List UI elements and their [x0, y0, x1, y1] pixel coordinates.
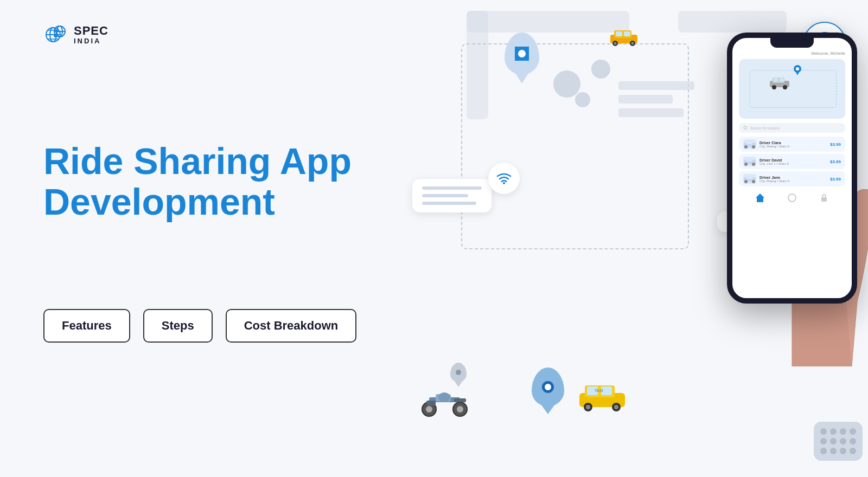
- svg-line-64: [746, 129, 748, 130]
- logo: SPEC INDIA: [43, 22, 108, 48]
- logo-icon: [43, 22, 69, 48]
- logo-spec-label: SPEC: [74, 24, 108, 37]
- svg-point-58: [772, 85, 776, 89]
- svg-rect-18: [624, 31, 630, 36]
- driver-item-2: Driver Jane City, Rating • Stars 5 $3.99: [739, 171, 845, 186]
- svg-point-59: [783, 85, 787, 89]
- svg-point-14: [545, 384, 551, 390]
- svg-rect-57: [780, 78, 784, 82]
- driver-detail-2: City, Rating • Stars 5: [760, 179, 827, 183]
- phone-notch: [770, 37, 814, 48]
- pin-dot: [515, 47, 529, 61]
- driver-price-2: $3.99: [830, 177, 841, 182]
- svg-rect-80: [821, 197, 827, 202]
- driver-icon-0: [743, 139, 756, 149]
- location-pin-bottom: [532, 368, 564, 407]
- driver-detail-0: City, Rating • Stars 5: [760, 145, 827, 148]
- svg-point-42: [426, 406, 432, 412]
- svg-point-72: [752, 163, 755, 166]
- phone-bottom-nav: [739, 193, 845, 203]
- cta-buttons: Features Steps Cost Breakdown: [43, 309, 356, 343]
- svg-marker-78: [756, 194, 764, 198]
- svg-rect-56: [774, 78, 778, 82]
- driver-icon-2: [743, 174, 756, 184]
- gray-bar-h2: [618, 95, 673, 104]
- svg-point-44: [457, 406, 463, 412]
- car-yellow-top: [608, 27, 640, 49]
- svg-point-79: [788, 194, 796, 202]
- driver-detail-1: City, Line 1 • Stars 5: [760, 162, 827, 165]
- search-placeholder: Search for location: [750, 126, 780, 130]
- wifi-icon: [496, 172, 512, 184]
- driver-price-1: $3.99: [830, 159, 841, 164]
- driver-item-1: Driver David City, Line 1 • Stars 5 $3.9…: [739, 154, 845, 169]
- svg-point-71: [744, 163, 748, 166]
- steps-button[interactable]: Steps: [143, 309, 213, 343]
- svg-text:TAXI: TAXI: [595, 389, 603, 392]
- svg-point-31: [614, 405, 618, 409]
- phone-driver-list: Driver Clara City, Rating • Stars 5 $3.9…: [739, 137, 845, 186]
- phone-screen: Welcome, Michelle: [727, 33, 857, 304]
- svg-point-12: [518, 50, 526, 57]
- phone-search-bar: Search for location: [739, 123, 845, 133]
- phone-in-hand: Welcome, Michelle: [727, 33, 857, 304]
- driver-icon-1: [743, 157, 756, 166]
- spots-card-bottom: [814, 422, 863, 461]
- svg-rect-74: [746, 175, 752, 179]
- driver-info-1: Driver David City, Line 1 • Stars 5: [760, 158, 827, 165]
- svg-point-63: [744, 126, 746, 129]
- road-spot-1: [553, 70, 580, 98]
- hero-title: Ride Sharing App Development: [43, 141, 352, 222]
- gray-rect-3: [678, 11, 787, 33]
- svg-point-8: [54, 34, 57, 37]
- lock-nav-icon: [819, 193, 829, 203]
- svg-point-75: [744, 180, 748, 183]
- svg-point-61: [796, 67, 799, 70]
- chat-bubble-lines: [412, 179, 492, 212]
- driver-name-1: Driver David: [760, 158, 827, 162]
- svg-point-68: [752, 145, 755, 149]
- svg-point-22: [631, 42, 634, 45]
- svg-rect-17: [616, 31, 622, 36]
- logo-india-label: INDIA: [74, 37, 108, 45]
- svg-rect-66: [746, 140, 752, 144]
- driver-item-0: Driver Clara City, Rating • Stars 5 $3.9…: [739, 137, 845, 152]
- gray-rect-1: [467, 11, 629, 33]
- driver-info-2: Driver Jane City, Rating • Stars 5: [760, 176, 827, 183]
- svg-rect-48: [454, 398, 466, 402]
- svg-point-29: [586, 405, 590, 409]
- hero-title-line1: Ride Sharing App: [43, 140, 352, 182]
- location-pin-small-bottom: [450, 363, 467, 382]
- location-pin-top: [505, 33, 539, 75]
- svg-point-20: [614, 42, 617, 45]
- road-spot-3: [575, 92, 590, 107]
- svg-marker-62: [795, 71, 800, 75]
- hero-section: Ride Sharing App Development: [43, 141, 352, 222]
- driver-info-0: Driver Clara City, Rating • Stars 5: [760, 141, 827, 148]
- svg-point-49: [438, 392, 450, 402]
- svg-rect-70: [746, 158, 752, 162]
- logo-text: SPEC INDIA: [74, 24, 108, 45]
- svg-rect-77: [757, 197, 763, 202]
- gray-bar-h3: [618, 108, 684, 117]
- home-nav-icon: [755, 193, 765, 203]
- road-spot-2: [591, 60, 610, 79]
- illustration-area: $: [380, 0, 868, 477]
- features-button[interactable]: Features: [43, 309, 130, 343]
- car-taxi-bottom: TAXI: [575, 380, 629, 415]
- phone-map-area: [739, 59, 845, 119]
- driver-name-0: Driver Clara: [760, 141, 827, 145]
- driver-name-2: Driver Jane: [760, 176, 827, 179]
- wifi-bubble: [488, 163, 520, 194]
- svg-point-67: [744, 145, 748, 149]
- svg-point-53: [503, 182, 505, 184]
- map-nav-icon: [787, 193, 797, 203]
- svg-rect-47: [426, 401, 436, 405]
- hero-title-line2: Development: [43, 181, 275, 222]
- motorcycle-bottom-left: [420, 385, 469, 420]
- phone-welcome-text: Welcome, Michelle: [739, 51, 845, 56]
- gray-bar-h1: [618, 81, 694, 90]
- svg-point-76: [752, 180, 755, 183]
- driver-price-0: $3.99: [830, 142, 841, 147]
- cost-breakdown-button[interactable]: Cost Breakdown: [226, 309, 357, 343]
